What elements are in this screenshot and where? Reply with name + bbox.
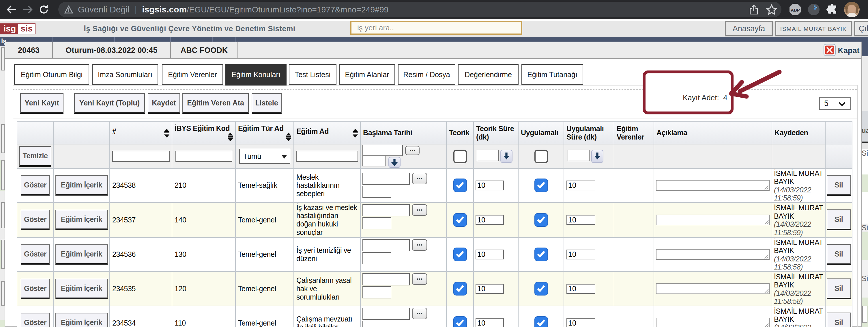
svg-text:ABP: ABP: [790, 7, 800, 12]
